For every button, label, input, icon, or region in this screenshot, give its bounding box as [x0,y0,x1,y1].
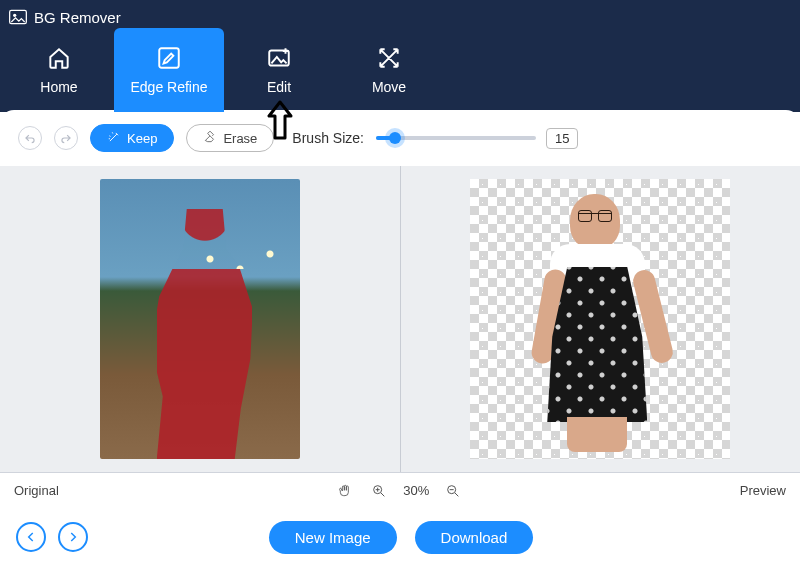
preview-label: Preview [740,483,786,498]
download-button[interactable]: Download [415,521,534,554]
nav-label: Move [372,79,406,95]
nav-label: Home [40,79,77,95]
brand-icon [8,7,28,27]
main-nav: Home Edge Refine Edit Move [0,28,800,112]
workarea [0,166,800,472]
original-label: Original [14,483,59,498]
brush-size-value[interactable]: 15 [546,128,578,149]
zoom-in-button[interactable] [369,481,389,501]
erase-button[interactable]: Erase [186,124,274,152]
next-image-button[interactable] [58,522,88,552]
move-icon [376,45,402,71]
nav-home[interactable]: Home [4,28,114,112]
original-pane[interactable] [0,166,400,472]
footer-bar: New Image Download [0,508,800,566]
nav-label: Edge Refine [130,79,207,95]
undo-button[interactable] [18,126,42,150]
app-header: BG Remover Home Edge Refine Edit Move [0,0,800,112]
edge-refine-icon [156,45,182,71]
new-image-button[interactable]: New Image [269,521,397,554]
original-image [100,179,300,459]
cutout-person [535,189,665,449]
wand-icon [107,130,121,147]
keep-button[interactable]: Keep [90,124,174,152]
brush-size-control: 15 [376,128,586,149]
nav-edge-refine[interactable]: Edge Refine [114,28,224,112]
redo-button[interactable] [54,126,78,150]
zoom-value: 30% [403,483,429,498]
edit-icon [266,45,292,71]
nav-edit[interactable]: Edit [224,28,334,112]
home-icon [46,45,72,71]
nav-label: Edit [267,79,291,95]
brand-name: BG Remover [34,9,121,26]
keep-label: Keep [127,131,157,146]
preview-pane[interactable] [400,166,801,472]
prev-image-button[interactable] [16,522,46,552]
nav-move[interactable]: Move [334,28,444,112]
brand: BG Remover [0,0,800,28]
brush-size-slider[interactable] [376,136,536,140]
pan-tool-button[interactable] [335,481,355,501]
zoom-out-button[interactable] [443,481,463,501]
erase-label: Erase [223,131,257,146]
statusbar: Original 30% Preview [0,472,800,508]
preview-image [470,179,730,459]
edit-toolbar: Keep Erase Brush Size: 15 [0,110,800,166]
svg-point-1 [13,14,16,17]
slider-thumb[interactable] [389,132,401,144]
brush-size-label: Brush Size: [292,130,364,146]
eraser-icon [203,130,217,147]
